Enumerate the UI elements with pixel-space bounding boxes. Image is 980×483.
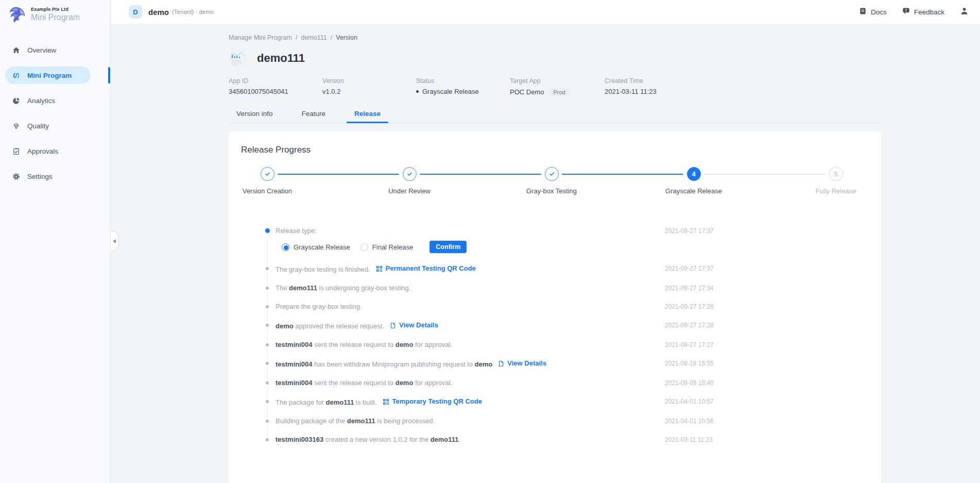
info-value-text: 2021-03-11 11:23 xyxy=(605,88,657,95)
tenant-avatar: D xyxy=(129,5,142,19)
timeline-text: Release type: xyxy=(276,226,665,236)
sidebar-item-overview[interactable]: Overview xyxy=(5,41,91,59)
timeline-text-plain: Release type: xyxy=(276,227,317,235)
timeline-item: demo approved the release request.View D… xyxy=(263,320,869,331)
env-badge: Prod xyxy=(548,88,570,96)
info-label: Version xyxy=(322,77,416,85)
info-value: 2021-03-11 11:23 xyxy=(605,88,657,95)
step-check-icon xyxy=(261,167,274,181)
pie-chart-icon xyxy=(12,96,21,105)
timeline-text: The gray-box testing is finished.Permane… xyxy=(276,263,665,274)
link-label: View Details xyxy=(399,320,438,330)
link-label: Temporary Testing QR Code xyxy=(392,396,482,406)
docs-label: Docs xyxy=(871,8,887,16)
timeline-text-emphasis: testmini004 xyxy=(276,379,313,387)
breadcrumb-item-demo111[interactable]: demo111 xyxy=(301,34,326,41)
timeline-body: The package for demo111 is built.Tempora… xyxy=(276,396,665,407)
view-details-link[interactable]: View Details xyxy=(498,358,546,368)
radio-grayscale-release[interactable]: Grayscale Release xyxy=(282,243,350,251)
timeline-item: The package for demo111 is built.Tempora… xyxy=(263,396,869,407)
timeline-text-plain: approved the release request. xyxy=(294,322,384,330)
release-steps: Version CreationUnder ReviewGray-box Tes… xyxy=(241,167,869,197)
radio-circle xyxy=(282,243,289,251)
info-label: Target App xyxy=(510,77,605,85)
tab-release[interactable]: Release xyxy=(347,110,388,123)
sidebar-item-approvals[interactable]: Approvals xyxy=(5,142,91,160)
timeline-text-plain: The gray-box testing is finished. xyxy=(276,265,370,273)
timeline-dot xyxy=(263,416,271,423)
step-number: 4 xyxy=(687,167,701,181)
timeline-text: demo approved the release request.View D… xyxy=(276,320,665,331)
timeline-text-plain: is built. xyxy=(354,398,377,406)
docs-button[interactable]: Docs xyxy=(859,7,887,16)
timeline-item: testmini004 sent the release request to … xyxy=(263,340,869,349)
sidebar-item-label: Mini Program xyxy=(27,72,72,79)
sidebar-collapse-button[interactable] xyxy=(111,231,118,251)
step-version-creation: Version Creation xyxy=(196,167,338,195)
link-label: View Details xyxy=(507,358,546,368)
timeline-text-emphasis: demo xyxy=(276,322,294,330)
timeline-text-emphasis: demo111 xyxy=(326,398,354,406)
timeline-text-plain: created a new version 1.0.2 for the xyxy=(323,436,430,443)
breadcrumb: Manage Mini Program/demo111/Version xyxy=(229,34,980,41)
timeline-text: The package for demo111 is built.Tempora… xyxy=(276,396,665,407)
sidebar-item-analytics[interactable]: Analytics xyxy=(5,92,91,109)
qr-code-icon xyxy=(383,398,389,405)
step-label: Gray-box Testing xyxy=(480,187,623,195)
user-menu-button[interactable] xyxy=(960,7,969,18)
timeline-text-plain: The xyxy=(276,284,289,292)
timeline-timestamp: 2021-08-18 15:55 xyxy=(665,358,714,367)
feedback-label: Feedback xyxy=(914,8,944,16)
view-details-link[interactable]: View Details xyxy=(390,320,438,330)
timeline-text: testmini003163 created a new version 1.0… xyxy=(276,435,665,444)
status-dot xyxy=(416,90,419,93)
breadcrumb-item-manage-mini-program[interactable]: Manage Mini Program xyxy=(229,34,292,41)
step-under-review: Under Review xyxy=(338,167,480,195)
timeline-body: testmini004 has been withdraw Miniprogra… xyxy=(276,358,665,369)
timeline-body: testmini004 sent the release request to … xyxy=(276,378,665,388)
permanent-testing-qr-code-link[interactable]: Permanent Testing QR Code xyxy=(376,263,476,273)
product-name: Mini Program xyxy=(31,13,80,22)
breadcrumb-separator: / xyxy=(331,34,332,41)
timeline-text-emphasis: testmini003163 xyxy=(276,436,323,443)
tab-feature[interactable]: Feature xyxy=(294,110,334,123)
temporary-testing-qr-code-link[interactable]: Temporary Testing QR Code xyxy=(383,396,482,406)
quality-gem-icon xyxy=(12,122,21,130)
clipboard-check-icon xyxy=(12,147,21,156)
sidebar-item-mini-program[interactable]: Mini Program xyxy=(5,66,91,84)
timeline-item: testmini004 has been withdraw Miniprogra… xyxy=(263,358,869,369)
tab-version-info[interactable]: Version info xyxy=(229,110,281,123)
page-title: demo111 xyxy=(257,52,305,65)
timeline-item: testmini003163 created a new version 1.0… xyxy=(263,435,869,444)
timeline-dot xyxy=(263,302,271,308)
timeline-text-emphasis: demo111 xyxy=(289,284,317,292)
timeline-text: Building package of the demo111 is being… xyxy=(276,416,665,426)
timeline-item: The gray-box testing is finished.Permane… xyxy=(263,263,869,274)
info-label: Created Time xyxy=(605,77,657,85)
document-icon xyxy=(498,360,504,367)
confirm-button[interactable]: Confirm xyxy=(429,241,467,253)
page-content: Manage Mini Program/demo111/Version demo… xyxy=(111,24,980,483)
radio-final-release[interactable]: Final Release xyxy=(360,243,414,251)
timeline-body: testmini003163 created a new version 1.0… xyxy=(276,435,665,444)
step-check-icon xyxy=(403,167,417,181)
timeline-body: demo approved the release request.View D… xyxy=(276,320,665,331)
release-progress-card: Release Progress Version CreationUnder R… xyxy=(229,131,881,483)
timeline-text: testmini004 sent the release request to … xyxy=(276,340,665,349)
sidebar-item-label: Settings xyxy=(27,173,53,180)
info-version: Versionv1.0.2 xyxy=(322,77,416,96)
sidebar-item-settings[interactable]: Settings xyxy=(5,168,91,185)
sidebar-item-quality[interactable]: Quality xyxy=(5,117,91,135)
user-icon xyxy=(960,7,969,18)
timeline-dot xyxy=(263,358,271,365)
timeline-body: Building package of the demo111 is being… xyxy=(276,416,665,426)
step-grayscale-release: 4Grayscale Release xyxy=(623,167,765,195)
release-timeline: Release type:Grayscale ReleaseFinal Rele… xyxy=(263,226,869,444)
timeline-body: testmini004 sent the release request to … xyxy=(276,340,665,349)
app-thumbnail xyxy=(229,49,247,68)
radio-circle xyxy=(360,243,368,251)
brand-logo: Example Pte Ltd Mini Program xyxy=(0,0,110,25)
feedback-button[interactable]: Feedback xyxy=(902,7,944,16)
timeline-item: Building package of the demo111 is being… xyxy=(263,416,869,426)
timeline-body: The gray-box testing is finished.Permane… xyxy=(276,263,665,274)
